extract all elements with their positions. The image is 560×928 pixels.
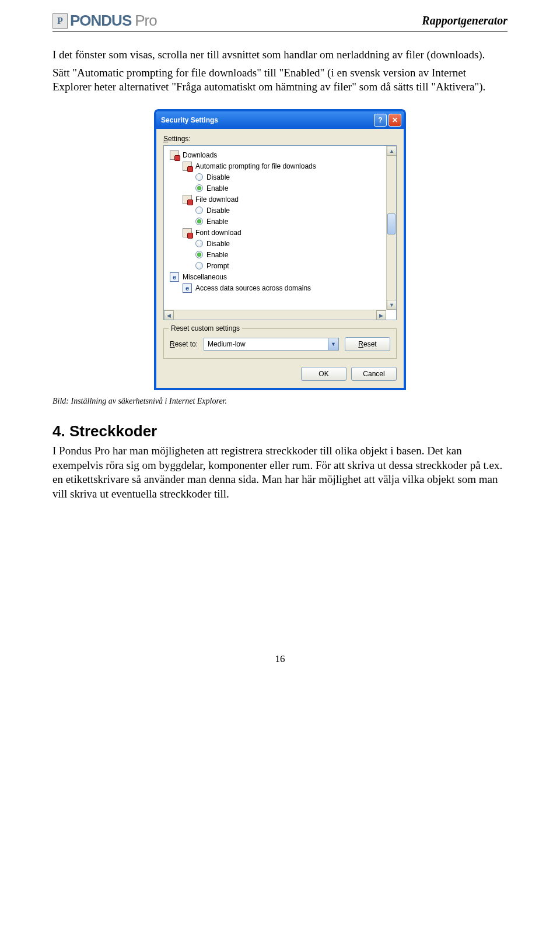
tree-radio-enable[interactable]: Enable — [167, 216, 396, 227]
tree-label: Font download — [195, 229, 242, 237]
tree-option-file-download: File download — [167, 194, 396, 205]
scroll-left-icon[interactable]: ◀ — [164, 310, 174, 320]
category-icon — [170, 150, 179, 160]
radio-icon — [195, 262, 203, 269]
radio-icon — [195, 240, 203, 247]
settings-tree[interactable]: Downloads Automatic prompting for file d… — [163, 145, 397, 320]
tree-label: Disable — [206, 240, 230, 248]
tree-option-access-data: e Access data sources across domains — [167, 282, 396, 293]
document-title: Rapportgenerator — [422, 14, 508, 27]
horizontal-scrollbar[interactable]: ◀ ▶ — [164, 310, 386, 320]
tree-label: Prompt — [206, 262, 229, 270]
cancel-button[interactable]: Cancel — [351, 367, 397, 381]
logo: P PONDUS Pro — [52, 12, 157, 30]
ok-button[interactable]: OK — [301, 367, 346, 381]
tree-label: Miscellaneous — [183, 273, 227, 281]
paragraph-1: I det fönster som visas, scrolla ner til… — [52, 48, 508, 62]
scroll-right-icon[interactable]: ▶ — [376, 310, 386, 320]
category-icon — [183, 195, 192, 204]
close-button[interactable]: ✕ — [388, 114, 401, 127]
reset-level-combo[interactable]: Medium-low ▼ — [204, 338, 339, 351]
tree-option-font-download: Font download — [167, 227, 396, 238]
tree-label: Disable — [206, 173, 230, 181]
tree-category-misc: e Miscellaneous — [167, 271, 396, 282]
tree-radio-disable[interactable]: Disable — [167, 205, 396, 216]
logo-icon: P — [52, 13, 68, 29]
scroll-up-icon[interactable]: ▲ — [387, 146, 397, 156]
category-icon — [183, 228, 192, 237]
combo-value: Medium-low — [208, 340, 246, 348]
scroll-thumb[interactable] — [387, 213, 396, 234]
reset-groupbox: Reset custom settings Reset to: Medium-l… — [163, 328, 397, 359]
ie-icon: e — [183, 283, 192, 293]
tree-radio-disable[interactable]: Disable — [167, 238, 396, 249]
tree-label: Disable — [206, 206, 230, 215]
screenshot-illustration: Security Settings ? ✕ SSettings:ettings:… — [52, 110, 508, 390]
paragraph-2: Sätt "Automatic prompting for file downl… — [52, 66, 508, 94]
scroll-down-icon[interactable]: ▼ — [387, 300, 397, 310]
tree-category-downloads: Downloads — [167, 149, 396, 160]
reset-group-label: Reset custom settings — [169, 324, 242, 332]
tree-radio-prompt[interactable]: Prompt — [167, 260, 396, 271]
reset-button[interactable]: Reset — [345, 337, 390, 351]
section-number: 4. — [52, 422, 65, 440]
tree-radio-disable[interactable]: Disable — [167, 171, 396, 183]
tree-label: Downloads — [183, 151, 217, 159]
tree-radio-enable[interactable]: Enable — [167, 183, 396, 194]
radio-icon — [195, 184, 203, 192]
page-number: 16 — [52, 653, 508, 665]
document-page: P PONDUS Pro Rapportgenerator I det föns… — [0, 0, 560, 688]
page-header: P PONDUS Pro Rapportgenerator — [52, 12, 508, 31]
tree-radio-enable[interactable]: Enable — [167, 249, 396, 260]
security-settings-dialog: Security Settings ? ✕ SSettings:ettings:… — [155, 110, 405, 390]
tree-label: Enable — [206, 218, 228, 226]
tree-label: File download — [195, 195, 239, 204]
section-4-body: I Pondus Pro har man möjligheten att reg… — [52, 444, 508, 502]
radio-icon — [195, 251, 203, 258]
tree-label: Access data sources across domains — [195, 284, 311, 292]
radio-icon — [195, 218, 203, 225]
chevron-down-icon: ▼ — [328, 338, 338, 350]
dialog-title: Security Settings — [161, 116, 218, 124]
tree-label: Automatic prompting for file downloads — [195, 162, 316, 170]
reset-to-label: Reset to: — [170, 340, 198, 348]
radio-icon — [195, 206, 203, 214]
tree-label: Enable — [206, 184, 228, 192]
tree-label: Enable — [206, 251, 228, 259]
logo-text-suffix: Pro — [135, 12, 156, 30]
settings-label: SSettings:ettings: — [163, 135, 397, 143]
section-heading-4: 4. Streckkoder — [52, 422, 508, 440]
image-caption: Bild: Inställning av säkerhetsnivå i Int… — [52, 397, 508, 406]
help-button[interactable]: ? — [374, 114, 387, 127]
section-title: Streckkoder — [69, 422, 157, 440]
category-icon — [183, 162, 192, 171]
dialog-titlebar: Security Settings ? ✕ — [156, 111, 404, 129]
ie-icon: e — [170, 272, 179, 282]
logo-text-main: PONDUS — [70, 12, 131, 30]
radio-icon — [195, 173, 203, 181]
vertical-scrollbar[interactable]: ▲ ▼ — [386, 146, 396, 310]
tree-option-auto-prompt: Automatic prompting for file downloads — [167, 160, 396, 171]
